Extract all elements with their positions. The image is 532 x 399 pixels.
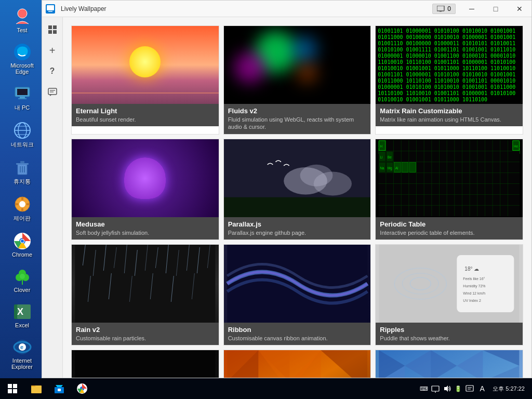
card-title-ribbon: Ribbon bbox=[228, 326, 367, 334]
language-indicator[interactable]: A bbox=[477, 383, 487, 394]
taskbar-app-chrome[interactable] bbox=[71, 378, 94, 399]
svg-rect-5 bbox=[18, 98, 26, 99]
network-label: 네트워크 bbox=[11, 141, 34, 149]
desktop-icon-clover[interactable]: Clover bbox=[5, 265, 39, 295]
card-desc-periodic: Interactive periodic table of elements. bbox=[380, 229, 518, 236]
lively-app-icon bbox=[42, 1, 59, 17]
svg-text:Wind 12 km/h: Wind 12 km/h bbox=[463, 291, 486, 295]
card-info-medusae: Medusae Soft body jellyfish simulation. bbox=[72, 217, 219, 240]
desktop-icon-ie[interactable]: e InternetExplorer bbox=[5, 336, 39, 372]
card-image-rain bbox=[72, 245, 219, 323]
store-taskbar-icon bbox=[53, 382, 65, 395]
card-title-periodic: Periodic Table bbox=[380, 220, 518, 228]
taskbar-app-explorer[interactable] bbox=[25, 378, 48, 399]
desktop-icon-chrome[interactable]: Chrome bbox=[5, 230, 39, 260]
card-info-ripples: Ripples Puddle that shows weather. bbox=[376, 323, 523, 345]
monitor-badge[interactable]: 0 bbox=[432, 4, 456, 14]
card-title-fluids: Fluids v2 bbox=[228, 107, 367, 115]
svg-rect-174 bbox=[13, 389, 17, 393]
card-desc-rain: Customisable rain particles. bbox=[76, 335, 215, 342]
wallpaper-card-hill[interactable]: The Hill Shader generated hill. bbox=[71, 350, 219, 378]
svg-rect-135 bbox=[457, 255, 514, 312]
wallpaper-card-medusae[interactable]: Medusae Soft body jellyfish simulation. bbox=[71, 139, 219, 240]
system-time-block[interactable]: 오후 5:27:22 bbox=[489, 385, 528, 392]
svg-rect-4 bbox=[20, 97, 25, 98]
taskbar-app-store[interactable] bbox=[48, 378, 71, 399]
close-button[interactable]: ✕ bbox=[508, 1, 531, 17]
svg-rect-12 bbox=[16, 163, 29, 165]
ie-label: InternetExplorer bbox=[11, 357, 33, 370]
svg-rect-110 bbox=[75, 245, 215, 323]
excel-icon: X bbox=[13, 302, 32, 321]
taskbar-apps bbox=[25, 378, 419, 399]
card-info-ribbon: Ribbon Customisable canvas ribbon animat… bbox=[224, 323, 371, 345]
notification-area-icons: ⌨ 🔋 bbox=[419, 383, 475, 394]
svg-text:Na: Na bbox=[380, 166, 385, 170]
start-button[interactable] bbox=[0, 378, 25, 399]
card-image-fluids bbox=[224, 26, 371, 104]
card-title-parallax: Parallax.js bbox=[228, 220, 367, 228]
lively-window: Lively Wallpaper 0 ─ □ ✕ bbox=[42, 0, 532, 378]
sidebar-help-btn[interactable]: ? bbox=[44, 63, 61, 79]
card-title-eternal-light: Eternal Light bbox=[76, 107, 215, 115]
keyboard-icon[interactable]: ⌨ bbox=[419, 383, 429, 394]
wallpaper-card-ripples[interactable]: 18° ☁ Feels like 16° Humidity 72% Wind 1… bbox=[375, 244, 523, 345]
svg-text:18° ☁: 18° ☁ bbox=[465, 266, 480, 272]
svg-rect-42 bbox=[437, 6, 444, 11]
jellyfish-element bbox=[124, 157, 166, 199]
sidebar-add-btn[interactable]: + bbox=[44, 42, 61, 59]
card-info-rain: Rain v2 Customisable rain particles. bbox=[72, 323, 219, 345]
wallpaper-card-parallax[interactable]: Parallax.js Parallax.js engine github pa… bbox=[223, 139, 371, 240]
svg-marker-177 bbox=[56, 385, 63, 387]
svg-text:Feels like 16°: Feels like 16° bbox=[463, 277, 485, 281]
svg-text:H: H bbox=[380, 144, 383, 148]
desktop-icon-excel[interactable]: X Excel bbox=[5, 300, 39, 330]
minimize-button[interactable]: ─ bbox=[460, 1, 484, 17]
window-titlebar: Lively Wallpaper 0 ─ □ ✕ bbox=[42, 1, 531, 17]
control-label: 제어판 bbox=[14, 215, 31, 222]
svg-rect-46 bbox=[48, 30, 52, 34]
window-controls: ─ □ ✕ bbox=[460, 1, 531, 17]
desktop-icon-control[interactable]: 제어판 bbox=[5, 193, 39, 224]
hill-svg bbox=[72, 350, 219, 378]
wallpaper-card-waves[interactable]: Waves Three.js wave simulation. bbox=[375, 350, 523, 378]
card-info-periodic: Periodic Table Interactive periodic tabl… bbox=[376, 217, 523, 240]
wallpaper-card-periodic[interactable]: periodic table grid bbox=[375, 139, 523, 240]
svg-rect-22 bbox=[26, 203, 30, 205]
card-desc-ripples: Puddle that shows weather. bbox=[380, 335, 518, 342]
wallpaper-card-fluids[interactable]: Fluids v2 Fluid simulation using WebGL, … bbox=[223, 25, 371, 135]
svg-rect-19 bbox=[21, 197, 23, 200]
sidebar-chat-btn[interactable] bbox=[44, 84, 61, 100]
mypc-label: 내 PC bbox=[15, 104, 30, 112]
sidebar-library-btn[interactable] bbox=[44, 21, 61, 38]
windows-logo-icon bbox=[7, 383, 18, 394]
wallpaper-card-matrix[interactable]: 01001101 01000001 01010100 01010010 0100… bbox=[375, 25, 523, 135]
card-title-rain: Rain v2 bbox=[76, 326, 215, 334]
card-desc-medusae: Soft body jellyfish simulation. bbox=[76, 229, 215, 236]
svg-text:Li: Li bbox=[380, 155, 383, 159]
svg-rect-43 bbox=[440, 11, 442, 12]
card-info-matrix: Matrix Rain Customizable Matrix like rai… bbox=[376, 104, 523, 126]
volume-icon[interactable] bbox=[442, 383, 452, 394]
desktop-icon-edge[interactable]: MicrosoftEdge bbox=[5, 41, 39, 77]
network-tray-icon[interactable] bbox=[430, 383, 441, 394]
horizon-element bbox=[72, 92, 219, 94]
svg-rect-13 bbox=[20, 161, 24, 163]
wallpaper-card-eternal-light[interactable]: Eternal Light Beautiful sunset render. bbox=[71, 25, 219, 135]
system-time: 오후 5:27:22 bbox=[493, 385, 525, 392]
desktop-icons-container: Test MicrosoftEdge bbox=[5, 5, 39, 372]
desktop-icon-mypc[interactable]: 내 PC bbox=[5, 82, 39, 114]
wallpaper-card-rain[interactable]: Rain v2 Customisable rain particles. bbox=[71, 244, 219, 345]
action-center-icon[interactable] bbox=[464, 383, 475, 394]
svg-point-54 bbox=[313, 171, 351, 195]
wallpaper-card-ribbon[interactable]: Ribbon Customisable canvas ribbon animat… bbox=[223, 244, 371, 345]
wallpaper-card-triangles[interactable]: Triangles & Light Triangle pattern gener… bbox=[223, 350, 371, 378]
svg-rect-41 bbox=[48, 11, 52, 12]
content-area[interactable]: Eternal Light Beautiful sunset render. bbox=[63, 17, 531, 378]
maximize-button[interactable]: □ bbox=[484, 1, 508, 17]
desktop-icon-network[interactable]: 네트워크 bbox=[5, 119, 39, 151]
svg-point-30 bbox=[20, 274, 25, 279]
desktop-icon-recycle[interactable]: 휴지통 bbox=[5, 156, 39, 188]
battery-icon[interactable]: 🔋 bbox=[453, 383, 463, 394]
desktop-icon-test[interactable]: Test bbox=[5, 5, 39, 35]
